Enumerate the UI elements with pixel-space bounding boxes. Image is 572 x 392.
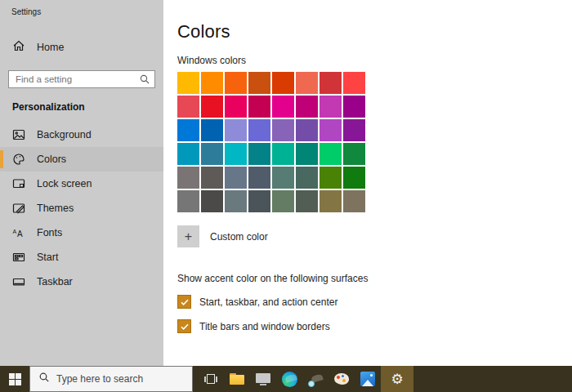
color-swatch[interactable]	[177, 167, 199, 189]
color-swatch[interactable]	[248, 119, 270, 141]
color-swatch[interactable]	[320, 190, 342, 212]
paint-3d-button[interactable]	[328, 366, 355, 392]
accent-surfaces-options: Start, taskbar, and action centerTitle b…	[177, 295, 572, 333]
sidebar-item-label: Start	[37, 252, 58, 263]
settings-search-input[interactable]	[8, 70, 155, 88]
windows-colors-grid	[177, 72, 365, 212]
color-swatch[interactable]	[248, 167, 270, 189]
edge-beta-button[interactable]	[302, 366, 328, 392]
sidebar-section-heading: Personalization	[12, 101, 163, 113]
color-swatch[interactable]	[225, 190, 247, 212]
checked-checkbox[interactable]	[177, 295, 191, 309]
accent-surface-option-1[interactable]: Title bars and window borders	[177, 319, 572, 333]
custom-color-button[interactable]: +	[177, 225, 199, 247]
windows-logo-icon	[9, 373, 21, 385]
edge-beta-icon	[308, 372, 324, 387]
colors-page: Colors Windows colors + Custom color Sho…	[163, 0, 572, 366]
color-swatch[interactable]	[177, 119, 199, 141]
color-swatch[interactable]	[272, 119, 294, 141]
color-swatch[interactable]	[320, 143, 342, 165]
sidebar-item-fonts[interactable]: AAFonts	[0, 220, 163, 245]
color-swatch[interactable]	[296, 119, 318, 141]
color-swatch[interactable]	[343, 119, 365, 141]
home-label: Home	[37, 42, 64, 53]
sidebar-item-taskbar[interactable]: Taskbar	[0, 270, 163, 294]
lock-screen-icon	[12, 177, 25, 190]
color-swatch[interactable]	[177, 190, 199, 212]
file-explorer-icon	[230, 373, 244, 385]
color-swatch[interactable]	[201, 72, 223, 94]
custom-color-row: + Custom color	[177, 225, 572, 247]
color-swatch[interactable]	[343, 190, 365, 212]
color-swatch[interactable]	[272, 143, 294, 165]
color-swatch[interactable]	[225, 143, 247, 165]
color-swatch[interactable]	[177, 96, 199, 118]
color-swatch[interactable]	[248, 143, 270, 165]
color-swatch[interactable]	[320, 167, 342, 189]
paint-3d-icon	[334, 373, 349, 385]
color-swatch[interactable]	[296, 167, 318, 189]
color-swatch[interactable]	[201, 96, 223, 118]
color-swatch[interactable]	[272, 167, 294, 189]
window-title: Settings	[0, 0, 163, 16]
taskbar-search-icon	[38, 372, 50, 386]
file-explorer-button[interactable]	[224, 366, 250, 392]
color-swatch[interactable]	[248, 96, 270, 118]
color-swatch[interactable]	[225, 96, 247, 118]
page-title: Colors	[177, 21, 572, 42]
start-menu-icon	[12, 251, 25, 264]
settings-gear-icon: ⚙	[391, 372, 403, 386]
taskbar-item-icon	[12, 275, 25, 288]
task-view-button[interactable]	[198, 366, 224, 392]
photos-button[interactable]	[355, 366, 381, 392]
taskbar-search[interactable]: Type here to search	[29, 366, 193, 392]
settings-sidebar: Settings Home Personalization Background…	[0, 0, 163, 366]
color-swatch[interactable]	[296, 72, 318, 94]
color-swatch[interactable]	[320, 119, 342, 141]
sidebar-item-colors[interactable]: Colors	[0, 147, 163, 172]
sidebar-item-home[interactable]: Home	[0, 33, 163, 62]
sidebar-item-label: Fonts	[37, 227, 62, 238]
color-swatch[interactable]	[272, 96, 294, 118]
desktop-screen: Settings Home Personalization Background…	[0, 0, 572, 392]
color-swatch[interactable]	[343, 143, 365, 165]
sidebar-item-themes[interactable]: Themes	[0, 196, 163, 220]
color-swatch[interactable]	[296, 143, 318, 165]
color-swatch[interactable]	[201, 190, 223, 212]
color-swatch[interactable]	[320, 96, 342, 118]
system-monitor-icon	[256, 373, 270, 385]
color-swatch[interactable]	[320, 72, 342, 94]
start-button[interactable]	[0, 366, 29, 392]
color-swatch[interactable]	[343, 167, 365, 189]
color-swatch[interactable]	[248, 72, 270, 94]
color-swatch[interactable]	[248, 190, 270, 212]
settings-app-button-active[interactable]: ⚙	[381, 366, 413, 392]
color-swatch[interactable]	[272, 190, 294, 212]
color-swatch[interactable]	[201, 119, 223, 141]
color-swatch[interactable]	[201, 143, 223, 165]
color-swatch[interactable]	[343, 96, 365, 118]
color-swatch[interactable]	[272, 72, 294, 94]
color-swatch[interactable]	[296, 190, 318, 212]
color-swatch[interactable]	[201, 167, 223, 189]
windows-colors-label: Windows colors	[177, 55, 572, 66]
color-swatch[interactable]	[296, 96, 318, 118]
accent-surface-label: Start, taskbar, and action center	[199, 296, 337, 308]
sidebar-item-label: Themes	[37, 203, 74, 214]
edge-icon	[282, 372, 297, 387]
edge-button[interactable]	[276, 366, 302, 392]
home-icon	[12, 39, 25, 56]
color-swatch[interactable]	[177, 72, 199, 94]
sidebar-item-lock-screen[interactable]: Lock screen	[0, 172, 163, 196]
sidebar-item-start[interactable]: Start	[0, 245, 163, 270]
sidebar-item-background[interactable]: Background	[0, 122, 163, 147]
color-swatch[interactable]	[225, 72, 247, 94]
color-swatch[interactable]	[343, 72, 365, 94]
task-view-icon	[204, 374, 217, 384]
color-swatch[interactable]	[225, 167, 247, 189]
color-swatch[interactable]	[177, 143, 199, 165]
accent-surface-option-0[interactable]: Start, taskbar, and action center	[177, 295, 572, 309]
color-swatch[interactable]	[225, 119, 247, 141]
checked-checkbox[interactable]	[177, 319, 191, 333]
system-monitor-button[interactable]	[250, 366, 276, 392]
